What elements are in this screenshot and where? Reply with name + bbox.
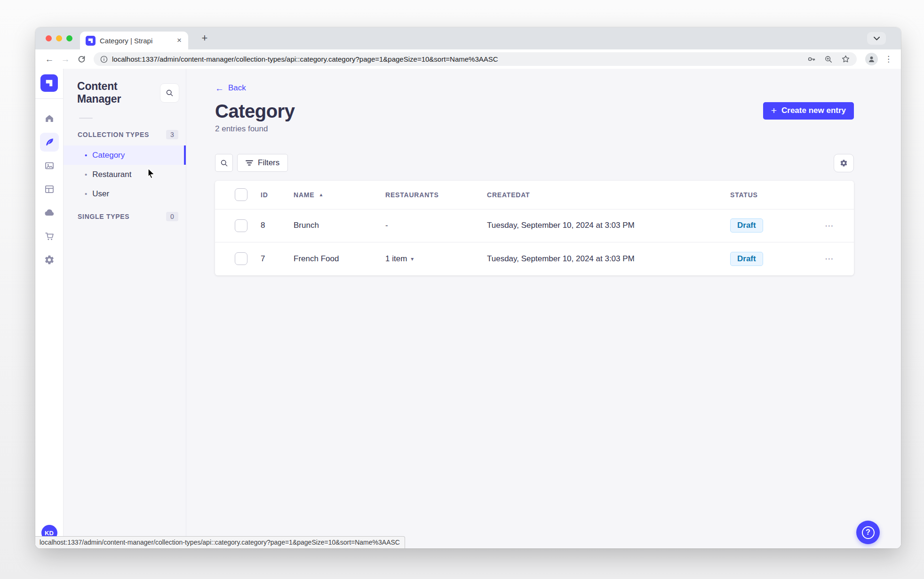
sidebar-item-label: Restaurant [92, 170, 131, 179]
back-arrow-icon: ← [215, 84, 224, 93]
column-header-id[interactable]: ID [261, 191, 294, 199]
collection-types-count-badge: 3 [166, 130, 178, 139]
sidebar-item-user[interactable]: • User [64, 184, 186, 203]
table-search-button[interactable] [215, 154, 233, 172]
browser-menu-icon[interactable]: ⋮ [883, 54, 894, 64]
create-new-entry-button[interactable]: + Create new entry [763, 102, 854, 120]
new-tab-button[interactable]: + [198, 31, 212, 45]
row-actions-menu-icon[interactable]: ⋯ [822, 220, 854, 231]
status-bar-url: localhost:1337/admin/content-manager/col… [35, 536, 405, 548]
back-label: Back [228, 83, 246, 93]
sidebar-item-label: Category [92, 151, 125, 160]
main-nav-rail: KD [35, 69, 64, 548]
rail-divider [35, 98, 63, 99]
column-header-createdat[interactable]: CREATEDAT [487, 191, 730, 199]
bookmark-star-icon[interactable] [841, 55, 850, 64]
single-types-label: SINGLE TYPES [78, 213, 129, 220]
sidebar-item-restaurant[interactable]: • Restaurant [64, 165, 186, 184]
table-settings-button[interactable] [834, 154, 854, 172]
cell-id: 7 [261, 254, 294, 264]
chevron-down-icon: ▾ [411, 256, 414, 262]
create-new-entry-label: Create new entry [781, 106, 846, 115]
cell-name: Brunch [294, 221, 385, 230]
help-button[interactable]: ? [856, 521, 880, 544]
entries-count: 2 entries found [215, 124, 295, 134]
strapi-favicon-icon [86, 36, 96, 46]
question-icon: ? [862, 526, 875, 539]
cell-restaurants: - [385, 221, 487, 230]
browser-tab-strip: Category | Strapi × + [35, 27, 901, 49]
site-info-icon[interactable] [100, 56, 108, 63]
strapi-logo-icon[interactable] [40, 74, 58, 92]
browser-toolbar: ← → localhost:1337/admin/content-manager… [35, 49, 901, 69]
cell-createdat: Tuesday, September 10, 2024 at 3:03 PM [487, 221, 730, 230]
nav-deploy-cloud-icon[interactable] [40, 203, 59, 222]
browser-reload-button[interactable] [75, 53, 88, 66]
table-row[interactable]: 8 Brunch - Tuesday, September 10, 2024 a… [215, 209, 854, 242]
row-checkbox[interactable] [235, 252, 247, 265]
window-maximize-button[interactable] [66, 35, 72, 41]
sidebar-divider [79, 118, 93, 119]
status-badge: Draft [730, 252, 763, 266]
select-all-checkbox[interactable] [235, 188, 247, 201]
browser-forward-button: → [59, 53, 72, 66]
browser-tab[interactable]: Category | Strapi × [80, 32, 188, 49]
table-header-row: ID NAME ▲ RESTAURANTS CREATEDAT STATUS [215, 181, 854, 209]
status-badge: Draft [730, 218, 763, 233]
row-checkbox[interactable] [235, 219, 247, 232]
cell-createdat: Tuesday, September 10, 2024 at 3:03 PM [487, 254, 730, 264]
collection-types-label: COLLECTION TYPES [78, 131, 149, 138]
bullet-icon: • [85, 151, 87, 159]
nav-home-icon[interactable] [40, 109, 59, 128]
cell-id: 8 [261, 221, 294, 230]
back-link[interactable]: ← Back [215, 83, 246, 93]
nav-content-type-builder-icon[interactable] [40, 180, 59, 199]
window-minimize-button[interactable] [56, 35, 62, 41]
main-content: ← Back Category 2 entries found + Create… [186, 69, 901, 548]
sidebar-title: Content Manager [77, 80, 160, 105]
nav-media-library-icon[interactable] [40, 156, 59, 175]
browser-profile-icon[interactable] [865, 53, 878, 65]
column-header-name[interactable]: NAME ▲ [294, 191, 385, 199]
column-header-restaurants[interactable]: RESTAURANTS [385, 191, 487, 199]
sidebar-item-category[interactable]: • Category [64, 145, 186, 165]
tab-close-icon[interactable]: × [176, 36, 183, 45]
window-close-button[interactable] [46, 35, 52, 41]
page-title: Category [215, 100, 295, 122]
tab-title: Category | Strapi [100, 37, 172, 45]
bullet-icon: • [85, 170, 87, 178]
cell-name: French Food [294, 254, 385, 264]
filters-button[interactable]: Filters [237, 154, 288, 172]
sidebar-search-button[interactable] [160, 83, 179, 103]
url-text[interactable]: localhost:1337/admin/content-manager/col… [112, 55, 803, 63]
url-bar[interactable]: localhost:1337/admin/content-manager/col… [94, 52, 857, 66]
filter-icon [246, 160, 253, 166]
sidebar-item-label: User [92, 189, 109, 199]
passwords-key-icon[interactable] [807, 55, 816, 64]
single-types-count-badge: 0 [166, 212, 178, 221]
content-manager-sidebar: Content Manager COLLECTION TYPES 3 • Cat… [64, 69, 186, 548]
column-header-status[interactable]: STATUS [730, 191, 822, 199]
strapi-app: KD Content Manager COLLECTION TYPES 3 • … [35, 69, 901, 548]
plus-icon: + [771, 105, 777, 115]
browser-back-button[interactable]: ← [43, 53, 56, 66]
nav-marketplace-icon[interactable] [40, 227, 59, 246]
filters-label: Filters [258, 158, 279, 168]
nav-content-manager-icon[interactable] [40, 133, 59, 152]
nav-settings-gear-icon[interactable] [40, 250, 59, 269]
cell-restaurants[interactable]: 1 item ▾ [385, 254, 487, 264]
entries-table: ID NAME ▲ RESTAURANTS CREATEDAT STATUS 8… [215, 181, 854, 275]
browser-window: Category | Strapi × + ← → localhost:1337… [35, 27, 901, 548]
bullet-icon: • [85, 190, 87, 198]
table-row[interactable]: 7 French Food 1 item ▾ Tuesday, Septembe… [215, 242, 854, 275]
row-actions-menu-icon[interactable]: ⋯ [822, 253, 854, 264]
tab-search-chevron-icon[interactable] [867, 32, 886, 45]
sort-asc-icon: ▲ [319, 192, 324, 197]
zoom-icon[interactable] [824, 55, 833, 64]
